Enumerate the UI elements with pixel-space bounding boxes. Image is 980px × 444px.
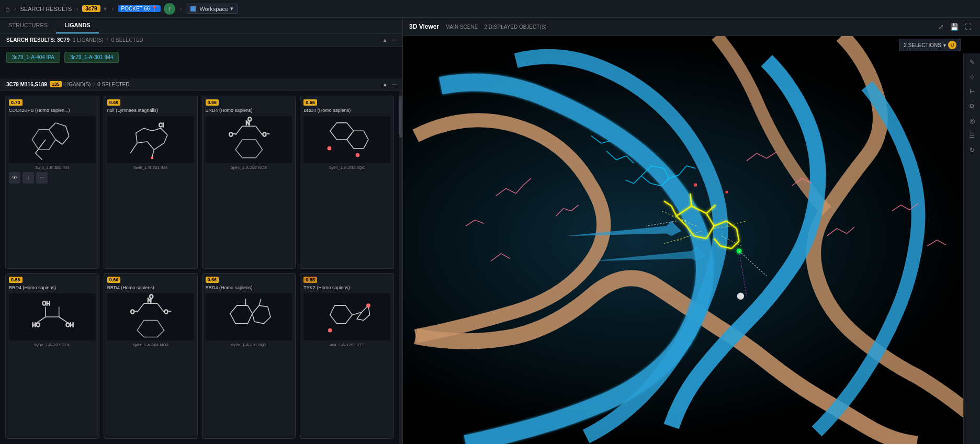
nav-sep-2: › [76,5,78,13]
ligand-card-4[interactable]: 0.66 BRD4 (Homo sapiens) [5,273,99,439]
ligand-name-1: null (Lymnaea stagnalis) [107,108,194,114]
svg-line-73 [671,206,677,216]
workspace-selector[interactable]: Workspace ▾ [186,4,238,14]
ligand-grid-section: 0.73 CDC42BPB (Homo sapien...) [0,90,402,444]
toolbar-settings-btn[interactable]: ⚙ [966,100,978,112]
ligand-more[interactable]: ··· [392,82,396,87]
ligand-score-0: 0.73 [9,99,22,106]
svg-line-107 [837,229,847,234]
ligand-mol-5: N O⁻ O⁻ O [107,293,194,340]
ligand-mol-6 [206,293,292,340]
ligand-name-2: BRD4 (Homo sapiens) [206,108,292,114]
pdb-badge[interactable]: 3c79 [82,5,100,12]
toolbar-rotate-btn[interactable]: ↻ [966,144,978,156]
ligand-mol-1: Cl [107,116,194,163]
left-panel: STRUCTURES LIGANDS SEARCH RESULTS: 3C79 … [0,18,403,444]
svg-line-109 [491,254,501,261]
ligand-mol-4: HO OH OH [9,293,96,340]
viewer-fullscreen-btn[interactable]: ⛶ [962,21,974,32]
svg-line-83 [641,176,650,183]
search-results-nav[interactable]: SEARCH RESULTS [20,6,72,12]
workspace-label: Workspace [199,6,228,12]
workspace-arrow: ▾ [230,5,233,12]
toolbar-edit-btn[interactable]: ✎ [966,56,978,68]
svg-line-7 [36,153,42,160]
svg-line-4 [62,136,69,144]
pocket-badge[interactable]: POCKET 66 📍 [118,5,161,12]
ligand-id-7: 4oli_1-A-1202 2TT [303,343,390,347]
svg-line-18 [154,143,164,150]
svg-text:OH: OH [42,301,50,306]
ligand-card-2[interactable]: 0.66 BRD4 (Homo sapiens) N O⁻ [202,96,296,269]
protein-svg [403,36,980,444]
ligand-score-7: 0.65 [303,277,317,283]
viewer-header: 3D Viewer MAIN SCENE 2 DISPLAYED OBJECT(… [403,18,980,36]
ligand-id-3: 5y94_1-A-201 8QC [303,165,390,170]
ligand-name-7: TYK2 (Homo sapiens) [303,285,390,291]
svg-rect-130 [726,191,728,193]
tab-ligands[interactable]: LIGANDS [56,18,99,33]
svg-line-100 [571,205,579,211]
ligand-section-title-group: 3C79 M116,S189 135 LIGAND(S) / 0 SELECTE… [6,81,129,87]
pdb-selector[interactable]: 3c79 ▾ [82,5,107,13]
selections-badge[interactable]: 2 SELECTIONS ▾ U [899,39,961,51]
toolbar-layers-btn[interactable]: ☰ [966,130,978,141]
ligand-score-2: 0.66 [206,99,219,106]
svg-line-12 [136,133,137,143]
svg-line-8 [130,143,137,153]
ligand-card-1[interactable]: 0.69 null (Lymnaea stagnalis) [104,96,198,269]
search-results-actions: ▲ ··· [382,37,396,43]
ligand-dl-btn-0[interactable]: ↓ [22,172,34,184]
scroll-thumb[interactable] [399,96,402,138]
svg-line-10 [147,142,154,150]
toolbar-cursor-btn[interactable]: ⊹ [966,71,978,83]
svg-text:O: O [247,117,252,122]
viewer-save-btn[interactable]: 💾 [949,21,960,32]
svg-marker-55 [330,305,352,324]
tab-structures[interactable]: STRUCTURES [0,18,56,33]
svg-line-88 [625,180,634,184]
home-icon[interactable]: ⌂ [5,5,9,13]
svg-text:O⁻: O⁻ [164,309,171,315]
svg-line-127 [739,251,767,276]
ligand-actions-0: 👁 ↓ ··· [9,172,96,184]
scene-3d[interactable]: ✎ ⊹ ⊢ ⚙ ◎ ☰ ↻ [403,36,980,444]
main-layout: STRUCTURES LIGANDS SEARCH RESULTS: 3C79 … [0,18,980,444]
ligand-more-btn-0[interactable]: ··· [36,172,48,184]
search-results-collapse[interactable]: ▲ [382,37,388,43]
right-sidebar-toolbar: ✎ ⊹ ⊢ ⚙ ◎ ☰ ↻ [963,53,980,444]
ligand-id-6: 5y8z_1-A-201 8Q3 [206,343,292,347]
ligand-label: LIGAND(S) [64,82,91,87]
spacer [0,68,402,78]
selections-arrow: ▾ [943,42,946,48]
svg-text:OH: OH [66,322,74,328]
struct-tag-2[interactable]: 3c79_1-A-301 IM4 [64,52,119,63]
svg-text:O⁻: O⁻ [130,309,137,315]
upload-button[interactable]: ↑ [164,3,175,15]
svg-point-20 [151,156,153,159]
svg-point-32 [356,153,360,157]
struct-tag-1[interactable]: 3c79_1-A-404 IPA [6,52,60,63]
ligand-name-3: BRD4 (Homo sapiens) [303,108,390,114]
toolbar-measure-btn[interactable]: ⊢ [966,86,978,97]
svg-line-110 [501,254,510,259]
ligand-card-6[interactable]: 0.66 BRD4 (Homo sapiens) [202,273,296,439]
viewer-expand-btn[interactable]: ⤢ [935,21,947,32]
ligand-card-3[interactable]: 0.66 BRD4 (Homo sapiens) [300,96,394,269]
search-results-title-group: SEARCH RESULTS: 3C79 1 LIGAND(S) / 0 SEL… [6,37,143,43]
ligand-collapse[interactable]: ▲ [382,82,388,87]
ligand-card-7[interactable]: 0.65 TYK2 (Homo sapiens) [300,273,394,439]
svg-point-33 [328,146,332,151]
ligand-card-5[interactable]: 0.66 BRD4 (Homo sapiens) N O⁻ O⁻ [104,273,198,439]
search-results-more[interactable]: ··· [392,37,396,43]
svg-line-93 [601,141,610,143]
toolbar-target-btn[interactable]: ◎ [966,115,978,127]
ligand-id-4: 5y8z_1-A-207 GOL [9,343,96,347]
svg-line-74 [664,201,671,206]
scroll-track[interactable] [399,90,402,444]
ligand-eye-btn-0[interactable]: 👁 [9,172,20,184]
svg-line-111 [466,220,475,226]
svg-line-112 [475,220,484,224]
ligand-card-0[interactable]: 0.73 CDC42BPB (Homo sapien...) [5,96,99,269]
ligand-id-1: 3wth_1-E-301 IM4 [107,165,194,170]
